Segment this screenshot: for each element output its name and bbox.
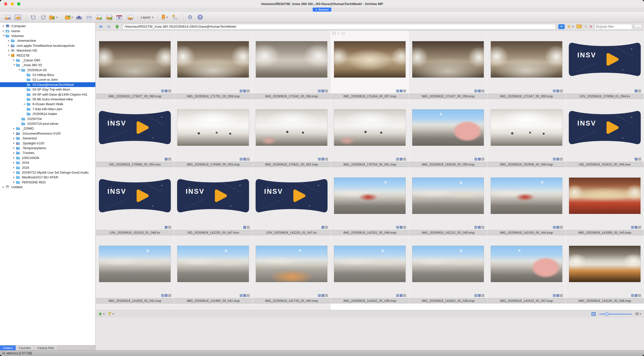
tree-item-20240711-mystik-live-set-deluge-good-audio[interactable]: 20240711-Mystik Live Set Deluge Good Aud… [0, 170, 95, 175]
view-menu-button[interactable] [635, 312, 641, 316]
sort-button[interactable] [98, 312, 105, 316]
select-checkbox-icon[interactable] [333, 32, 335, 35]
tree-item-2024[interactable]: 2024 [0, 160, 95, 165]
disclosure-closed-icon[interactable] [13, 147, 16, 149]
thumbnail-cell-img-20250619-171347-00-055-insp[interactable]: IMG_20250619_171347_00_055.insp [487, 31, 566, 99]
tree-item-osmo[interactable]: _OSMO [0, 126, 95, 131]
tree-item-2025[interactable]: 2025 [0, 165, 95, 170]
disclosure-closed-icon[interactable] [13, 162, 16, 164]
tree-item-documentrevisions-v100[interactable]: .DocumentRevisions-V100 [0, 131, 95, 136]
rename-button[interactable]: ✎ [584, 24, 587, 29]
image-viewer-button[interactable] [4, 13, 12, 22]
zoom-window-button[interactable] [17, 2, 20, 6]
settings-button[interactable]: ⚙ [186, 13, 194, 22]
tree-item-timemachine[interactable]: .timemachine [0, 38, 95, 43]
tree-item-100canon[interactable]: 100CANON [0, 155, 95, 160]
thumbnail-cell-vid-20250619-170958-00-054-insv[interactable]: INSVVID_20250619_170958_00_054.insv [96, 99, 174, 167]
favorite-star-icon[interactable]: ★ [567, 24, 571, 29]
zoom-slider[interactable] [599, 312, 632, 316]
thumbnail-cell-img-20250619-141602-00-038-insp[interactable]: IMG_20250619_141602_00_038.insp [409, 235, 487, 303]
tree-item-02-lunch-w-john[interactable]: 02-Lunch-w-John [0, 77, 95, 82]
disclosure-closed-icon[interactable] [13, 167, 16, 169]
tree-item-red2tb[interactable]: RED2TB [0, 53, 95, 58]
thumbnail-cell-img-20250619-142131-00-045-insp[interactable]: IMG_20250619_142131_00_045.insp [409, 167, 487, 235]
new-folder-button[interactable]: ✳ [576, 24, 582, 29]
tree-item-macbook2017-bu-xfer[interactable]: MacBook2017-BU-XFER [0, 175, 95, 180]
thumbnail-cell-img-20250619-141632-00-039-insp[interactable]: IMG_20250619_141632_00_039.insp [331, 235, 409, 303]
thumbnail-size-icon[interactable] [591, 312, 596, 316]
thumbnail-cell-img-20250619-141510-00-037-insp[interactable]: IMG_20250619_141510_00_037.insp [487, 235, 566, 303]
thumbnail-cell-img-20250619-141929-00-042-insp[interactable]: IMG_20250619_141929_00_042.insp [96, 235, 174, 303]
help-button[interactable]: ? [196, 13, 205, 22]
thumbnail-cell-img-20250619-171427-00-056-insp[interactable]: IMG_20250619_171427_00_056.insp [409, 31, 487, 99]
tree-item-01-hilltop-bliss[interactable]: 01-Hilltop Bliss [0, 72, 95, 77]
fullscreen-button[interactable] [14, 13, 22, 22]
thumbnail-cell-lrv-20250619-170958-01-054-lrv[interactable]: INSVLRV_20250619_170958_01_054.lrv [566, 31, 644, 99]
rating-star-icon[interactable]: ☆ [337, 32, 340, 35]
zoom-slider-handle[interactable] [605, 312, 608, 315]
disclosure-closed-icon[interactable] [2, 186, 6, 188]
thumbnail-cell-img-20250619-141959-00-043-insp[interactable]: IMG_20250619_141959_00_043.insp [566, 167, 644, 235]
disclosure-closed-icon[interactable] [13, 181, 16, 183]
layout-button[interactable]: Layout [140, 13, 154, 22]
tree-item-20250614-intake[interactable]: 20250614-Intake [0, 111, 95, 116]
thumbnail-cell-lrv-20250619-142220-01-047-lrv[interactable]: INSVLRV_20250619_142220_01_047.lrv [253, 167, 331, 235]
more-options-button[interactable]: ... [634, 24, 642, 29]
batch-convert-button[interactable] [105, 13, 113, 22]
tab-folders[interactable]: Folders [0, 345, 16, 350]
bookmark-button[interactable] [160, 13, 169, 22]
disclosure-closed-icon[interactable] [13, 137, 16, 139]
thumbnail-cell-img-20250619-173027-00-060-insp[interactable]: IMG_20250619_173027_00_060.insp [96, 31, 174, 99]
thumbnail-cell-vid-20250619-142220-00-047-insv[interactable]: INSVVID_20250619_142220_00_047.insv [174, 167, 252, 235]
open-folder-button[interactable] [65, 13, 73, 22]
thumbnail-cell-vid-20250619-152410-00-048-insv[interactable]: INSVVID_20250619_152410_00_048.insv [566, 99, 644, 167]
tab-catalog-filter[interactable]: Catalog Filter [34, 345, 58, 350]
find-button[interactable] [75, 13, 83, 22]
tree-item-home[interactable]: Home [0, 28, 95, 33]
tree-item-03-dave-humantechweek[interactable]: 03-Dave@HumanTechWeek [0, 82, 95, 87]
rotate-left-button[interactable] [29, 13, 37, 22]
thumbnail-cell-img-20250619-142100-00-044-insp[interactable]: IMG_20250619_142100_00_044.insp [487, 167, 566, 235]
tree-item-insta-360-x5[interactable]: _Insta 360 X5 [0, 63, 95, 67]
capture-button[interactable] [115, 13, 124, 22]
thumbnail-cell-lrv-20250619-152410-01-048-lrv[interactable]: INSVLRV_20250619_152410_01_048.lrv [96, 167, 174, 235]
thumbnail-cell-img-20250619-141900-00-041-insp[interactable]: IMG_20250619_141900_00_041.insp [174, 235, 252, 303]
disclosure-closed-icon[interactable] [13, 176, 16, 178]
tree-item-03-sf-day-trip-with-mom[interactable]: 03-SF-Day-Trip-with-Mom [0, 87, 95, 92]
convert-button[interactable] [95, 13, 103, 22]
disclosure-closed-icon[interactable] [13, 171, 16, 173]
print-button[interactable] [85, 13, 93, 22]
tab-browser[interactable]: ✕ Browser [313, 8, 331, 12]
disclosure-closed-icon[interactable] [13, 152, 16, 154]
tree-item-canon-d60[interactable]: _Canon D60 [0, 58, 95, 63]
thumbnail-cell-img-20250619-141725-00-040-insp[interactable]: IMG_20250619_141725_00_040.insp [253, 235, 331, 303]
quick-filter-input[interactable] [599, 25, 631, 28]
tree-item-persone-red[interactable]: PERSONE RED [0, 180, 95, 185]
minimize-window-button[interactable] [11, 2, 14, 6]
disclosure-closed-icon[interactable] [13, 142, 16, 144]
close-window-button[interactable] [4, 2, 7, 6]
disclosure-closed-icon[interactable] [2, 25, 6, 27]
thumbnail-cell-img-20250619-142201-00-046-insp[interactable]: IMG_20250619_142201_00_046.insp [331, 167, 409, 235]
tags-button[interactable] [171, 13, 179, 22]
rotate-right-button[interactable] [39, 13, 48, 22]
tree-item-7-kite-hill-hike-jam[interactable]: 7-Kite-Hill-Hike+Jam [0, 107, 95, 111]
tree-item-spotlight-v100[interactable]: .Spotlight-V100 [0, 141, 95, 145]
tree-item-20250704[interactable]: 20250704 [0, 116, 95, 121]
disclosure-closed-icon[interactable] [2, 30, 6, 32]
thumbnail-cell-img-20250619-171454-00-057-insp[interactable]: ☆IMG_20250619_171454_00_057.insp [331, 31, 409, 99]
disclosure-closed-icon[interactable] [13, 157, 16, 159]
delete-button[interactable]: × [590, 24, 592, 29]
thumbnail-cell-img-20250619-170831-00-052-insp[interactable]: IMG_20250619_170831_00_052.insp [253, 99, 331, 167]
disclosure-closed-icon[interactable] [7, 40, 11, 42]
tree-item-04-sf-with-dave-1349-clayton-41[interactable]: 04-SF-with-Dave-@1349-Clayton-#41 [0, 92, 95, 97]
tree-item-20250614-29[interactable]: 20250614-29 [0, 68, 95, 72]
tree-item-untitled[interactable]: Untitled [0, 185, 95, 189]
disclosure-closed-icon[interactable] [7, 50, 11, 52]
disclosure-closed-icon[interactable] [13, 132, 16, 134]
thumbnail-cell-img-20250619-170939-00-053-insp[interactable]: IMG_20250619_170939_00_053.insp [174, 99, 252, 167]
disclosure-open-icon[interactable] [13, 64, 16, 67]
tab-favorites[interactable]: Favorites [16, 345, 34, 350]
view-dropdown-button[interactable] [558, 24, 565, 29]
star-chevron-icon[interactable] [572, 26, 574, 28]
